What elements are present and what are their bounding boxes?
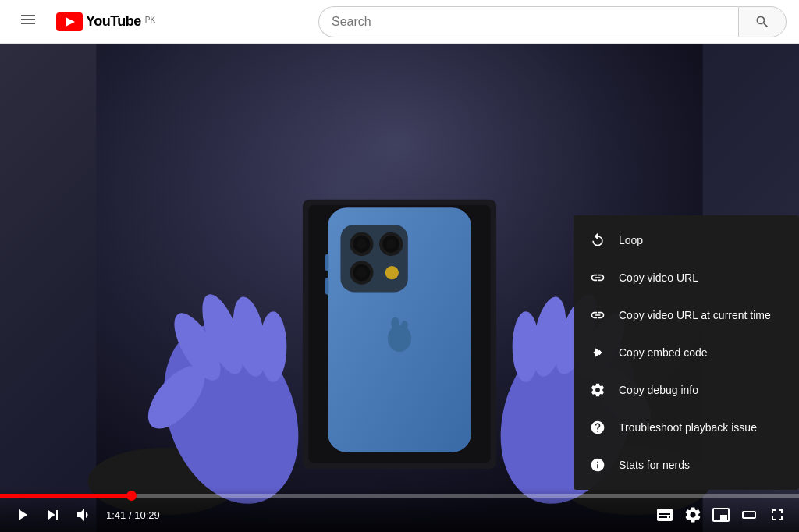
svg-rect-35: [325, 278, 328, 295]
menu-item-troubleshoot[interactable]: Troubleshoot playback issue: [574, 409, 799, 446]
svg-point-7: [260, 311, 287, 382]
search-container: [318, 6, 787, 37]
menu-item-label-loop: Loop: [619, 234, 643, 246]
fullscreen-button[interactable]: [765, 502, 790, 527]
miniplayer-button[interactable]: [708, 502, 733, 527]
subtitles-button[interactable]: [652, 502, 677, 527]
embed-icon: <>: [589, 344, 606, 361]
search-button[interactable]: [738, 6, 787, 37]
menu-item-label-copy-embed: Copy embed code: [619, 346, 708, 359]
svg-text:<>: <>: [593, 349, 601, 356]
current-time: 1:41: [106, 509, 126, 521]
menu-item-label-troubleshoot: Troubleshoot playback issue: [619, 421, 757, 434]
debug-icon: [589, 381, 606, 399]
progress-bar[interactable]: [0, 494, 799, 498]
play-button[interactable]: [9, 502, 34, 527]
right-controls: [652, 502, 790, 527]
time-display: 1:41 / 10:29: [106, 509, 160, 521]
logo-country: PK: [145, 16, 155, 24]
menu-item-label-copy-debug: Copy debug info: [619, 384, 698, 396]
svg-point-29: [357, 268, 367, 278]
svg-point-30: [385, 266, 399, 279]
header: YouTubePK: [0, 0, 799, 44]
next-button[interactable]: [41, 502, 66, 527]
svg-point-32: [391, 317, 400, 329]
loop-icon: [589, 232, 606, 249]
svg-rect-34: [325, 254, 328, 271]
controls-row: 1:41 / 10:29: [0, 498, 799, 532]
svg-point-26: [386, 239, 396, 249]
context-menu: Loop Copy video URL Copy video URL at cu…: [574, 215, 799, 490]
logo-text: YouTube: [86, 13, 141, 30]
menu-item-copy-url[interactable]: Copy video URL: [574, 259, 799, 296]
total-time: 10:29: [134, 509, 160, 521]
menu-item-label-copy-url: Copy video URL: [619, 271, 698, 284]
settings-button[interactable]: [680, 502, 705, 527]
progress-dot: [126, 491, 137, 501]
progress-fill: [0, 494, 132, 498]
video-container[interactable]: Loop Copy video URL Copy video URL at cu…: [0, 44, 799, 532]
menu-item-copy-url-time[interactable]: Copy video URL at current time: [574, 296, 799, 334]
volume-button[interactable]: [72, 502, 97, 527]
youtube-logo[interactable]: YouTubePK: [56, 12, 155, 31]
link-time-icon: [589, 307, 606, 324]
menu-icon[interactable]: [12, 4, 44, 39]
svg-point-31: [388, 325, 411, 352]
link-icon: [589, 269, 606, 286]
help-icon: [589, 419, 606, 436]
info-icon: [589, 456, 606, 473]
menu-item-copy-debug[interactable]: Copy debug info: [574, 371, 799, 409]
menu-item-label-copy-url-time: Copy video URL at current time: [619, 309, 771, 321]
menu-item-label-stats: Stats for nerds: [619, 459, 690, 471]
menu-item-stats[interactable]: Stats for nerds: [574, 446, 799, 484]
menu-item-copy-embed[interactable]: <> Copy embed code: [574, 334, 799, 371]
svg-point-33: [401, 321, 408, 329]
menu-item-loop[interactable]: Loop: [574, 222, 799, 259]
svg-point-14: [513, 311, 540, 382]
yt-logo-icon: [56, 12, 83, 31]
svg-point-23: [357, 239, 367, 249]
video-controls: 1:41 / 10:29: [0, 488, 799, 532]
search-input[interactable]: [318, 6, 738, 37]
theater-button[interactable]: [737, 502, 762, 527]
